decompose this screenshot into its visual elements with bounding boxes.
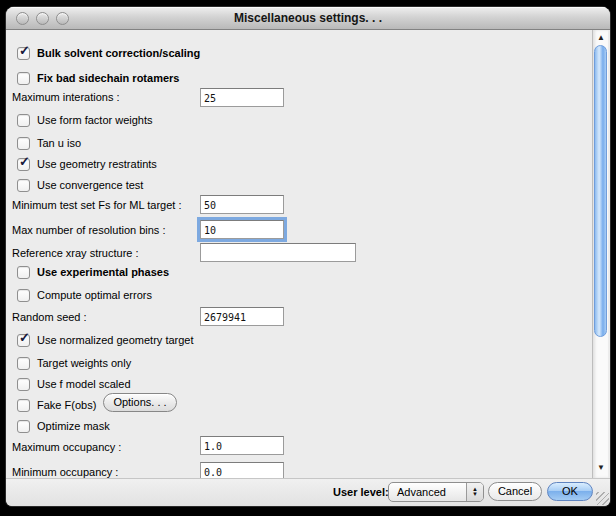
max-occupancy-label: Maximum occupancy : [12,441,121,453]
min-test-set-label: Minimum test set Fs for ML target : [12,199,182,211]
checkbox-label: Target weights only [37,357,131,369]
checkbox-row-bulk-solvent[interactable]: ✓ Bulk solvent correction/scaling [17,46,200,60]
checkbox-row-fix-rotamers[interactable]: Fix bad sidechain rotamers [17,71,179,85]
checkmark-icon: ✓ [19,155,30,168]
cancel-button[interactable]: Cancel [488,482,542,501]
checkbox-row-optimize-mask[interactable]: Optimize mask [17,419,110,433]
max-iterations-input[interactable] [200,88,284,107]
checkbox-row-f-model-scaled[interactable]: Use f model scaled [17,377,131,391]
checkmark-icon: ✓ [19,331,30,344]
checkbox-optimal-errors[interactable] [17,289,30,302]
max-resolution-bins-input[interactable] [200,220,284,239]
checkbox-label: Fake F(obs) [37,399,96,411]
reference-xray-label: Reference xray structure : [12,247,139,259]
resize-grip-icon[interactable] [596,492,609,505]
reference-xray-input[interactable] [200,243,356,262]
max-occupancy-input[interactable] [200,436,284,455]
checkbox-row-target-weights[interactable]: Target weights only [17,356,131,370]
user-level-label: User level: [333,486,389,498]
scroll-down-icon[interactable]: ▼ [593,462,609,474]
dialog-window: Miscellaneous settings. . . ✓ Bulk solve… [6,7,610,506]
footer-bar: User level: Advanced ▲▼ Cancel OK [6,478,610,506]
max-iterations-label: Maximum interations : [12,91,120,103]
chevron-up-down-icon: ▲▼ [466,483,483,501]
settings-panel: ✓ Bulk solvent correction/scaling Fix ba… [6,30,592,478]
max-resolution-bins-label: Max number of resolution bins : [12,224,165,236]
checkbox-label: Optimize mask [37,420,110,432]
checkbox-label: Use normalized geometry target [37,334,194,346]
min-test-set-input[interactable] [200,195,284,214]
checkbox-target-weights[interactable] [17,357,30,370]
checkbox-row-normalized-geometry[interactable]: ✓ Use normalized geometry target [17,333,194,347]
checkbox-row-optimal-errors[interactable]: Compute optimal errors [17,288,152,302]
checkbox-convergence-test[interactable] [17,179,30,192]
checkbox-label: Use convergence test [37,179,143,191]
checkbox-f-model-scaled[interactable] [17,378,30,391]
checkbox-experimental-phases[interactable] [17,266,30,279]
checkbox-row-fake-fobs[interactable]: Fake F(obs) [17,398,96,412]
checkbox-label: Use geometry restratints [37,158,157,170]
checkbox-fix-rotamers[interactable] [17,72,30,85]
checkbox-normalized-geometry[interactable]: ✓ [17,334,30,347]
checkbox-geometry-restraints[interactable]: ✓ [17,158,30,171]
checkbox-row-form-factor[interactable]: Use form factor weights [17,113,153,127]
title-bar[interactable]: Miscellaneous settings. . . [6,7,610,30]
checkbox-row-geometry-restraints[interactable]: ✓ Use geometry restratints [17,157,157,171]
ok-button[interactable]: OK [547,482,593,501]
checkbox-tan-u-iso[interactable] [17,137,30,150]
scrollbar-thumb[interactable] [594,45,607,337]
checkmark-icon: ✓ [19,44,30,57]
checkbox-row-convergence-test[interactable]: Use convergence test [17,178,143,192]
checkbox-label: Use form factor weights [37,114,153,126]
min-occupancy-input[interactable] [200,462,284,478]
user-level-value: Advanced [397,486,446,498]
checkbox-label: Tan u iso [37,137,81,149]
checkbox-label: Fix bad sidechain rotamers [37,72,179,84]
checkbox-label: Compute optimal errors [37,289,152,301]
checkbox-form-factor[interactable] [17,114,30,127]
window-title: Miscellaneous settings. . . [6,11,610,25]
options-button[interactable]: Options. . . [103,393,177,412]
vertical-scrollbar[interactable]: ▲ ▼ [592,30,608,478]
checkbox-label: Use f model scaled [37,378,131,390]
checkbox-label: Use experimental phases [37,266,169,278]
scroll-up-icon[interactable]: ▲ [593,32,609,44]
checkbox-label: Bulk solvent correction/scaling [37,47,200,59]
random-seed-label: Random seed : [12,311,87,323]
user-level-dropdown[interactable]: Advanced ▲▼ [388,482,484,502]
checkbox-fake-fobs[interactable] [17,399,30,412]
random-seed-input[interactable] [200,307,284,326]
checkbox-row-experimental-phases[interactable]: Use experimental phases [17,265,169,279]
min-occupancy-label: Minimum occupancy : [12,466,118,478]
checkbox-optimize-mask[interactable] [17,420,30,433]
checkbox-row-tan-u-iso[interactable]: Tan u iso [17,136,81,150]
checkbox-bulk-solvent[interactable]: ✓ [17,47,30,60]
